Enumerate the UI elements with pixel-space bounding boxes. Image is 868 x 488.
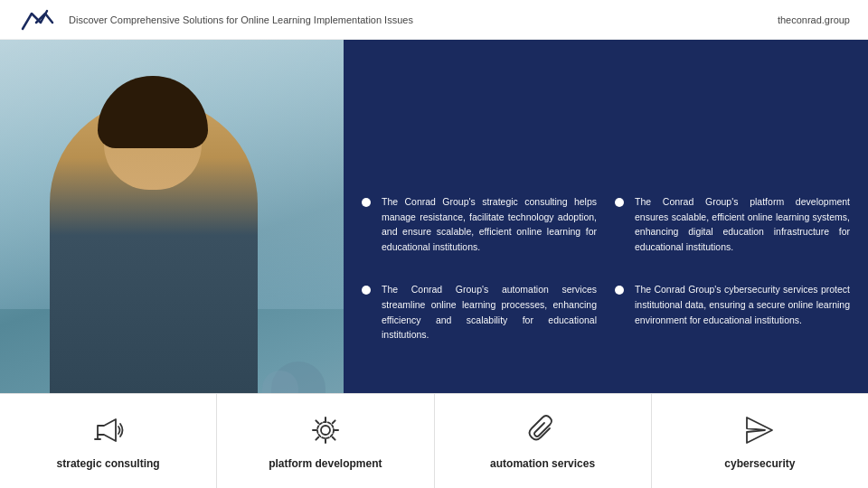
header-left: Discover Comprehensive Solutions for Onl… xyxy=(18,6,413,33)
bullet-dot-2 xyxy=(615,198,624,207)
megaphone-icon xyxy=(90,412,127,448)
services-row: strategic consulting platform developmen… xyxy=(0,393,868,488)
bullet-text-4: The Conrad Group's cybersecurity service… xyxy=(635,282,850,327)
service-automation: automation services xyxy=(435,394,652,488)
service-label-strategic: strategic consulting xyxy=(57,457,160,470)
bullet-text-1: The Conrad Group's strategic consulting … xyxy=(382,194,597,255)
bullet-grid: The Conrad Group's strategic consulting … xyxy=(362,194,850,343)
service-label-cybersecurity: cybersecurity xyxy=(724,457,795,470)
header-tagline: Discover Comprehensive Solutions for Onl… xyxy=(69,14,413,25)
bullet-item-4: The Conrad Group's cybersecurity service… xyxy=(615,282,850,343)
paperclip-icon xyxy=(524,412,561,448)
header: Discover Comprehensive Solutions for Onl… xyxy=(0,0,868,40)
svg-point-4 xyxy=(317,422,334,438)
svg-marker-0 xyxy=(98,419,116,441)
bullet-dot-1 xyxy=(362,198,371,207)
send-icon xyxy=(741,412,778,448)
gear-icon xyxy=(307,412,344,448)
bullet-text-3: The Conrad Group's automation services s… xyxy=(382,282,597,343)
bullet-item-1: The Conrad Group's strategic consulting … xyxy=(362,194,597,255)
service-label-platform: platform development xyxy=(269,457,382,470)
bullet-text-2: The Conrad Group's platform development … xyxy=(635,194,850,255)
service-cybersecurity: cybersecurity xyxy=(652,394,868,488)
service-label-automation: automation services xyxy=(490,457,595,470)
bullet-item-3: The Conrad Group's automation services s… xyxy=(362,282,597,343)
bullet-dot-4 xyxy=(615,286,624,295)
svg-point-3 xyxy=(321,426,330,435)
header-url: theconrad.group xyxy=(778,14,850,25)
bullet-item-2: The Conrad Group's platform development … xyxy=(615,194,850,255)
service-platform-development: platform development xyxy=(217,394,434,488)
svg-marker-5 xyxy=(747,418,772,443)
service-strategic-consulting: strategic consulting xyxy=(0,394,217,488)
logo-icon xyxy=(18,6,54,33)
bullet-dot-3 xyxy=(362,286,371,295)
